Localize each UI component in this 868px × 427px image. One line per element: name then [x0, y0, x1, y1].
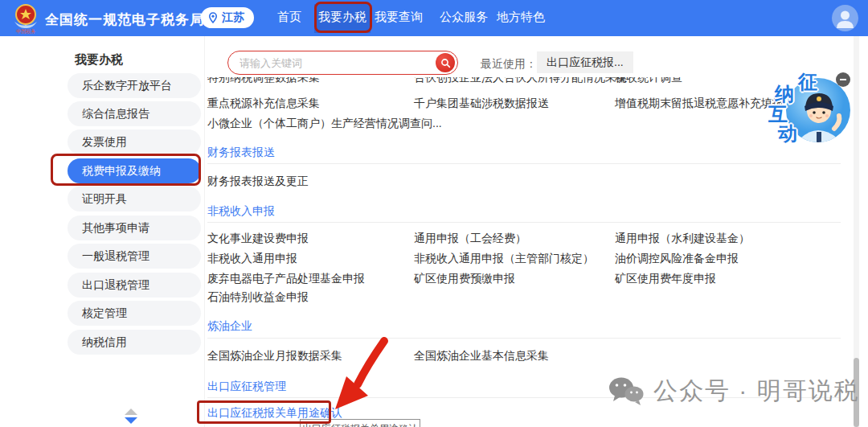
badge-char: 征: [798, 69, 817, 95]
nav-home[interactable]: 首页: [277, 10, 301, 25]
section-heading-export-taxable: 出口应征税管理: [207, 380, 286, 394]
widget-minimize-button[interactable]: [836, 72, 850, 87]
sidebar-item-assessment[interactable]: 核定管理: [68, 301, 201, 326]
section-heading-financial-statements: 财务报表报送: [207, 146, 275, 160]
minus-icon: [840, 79, 846, 80]
sidebar-item-general-refund[interactable]: 一般退税管理: [68, 244, 201, 269]
sidebar-item-tax-declaration[interactable]: 税费申报及缴纳: [68, 158, 201, 183]
list-item[interactable]: 特别纳税调整数据采集: [207, 77, 320, 85]
app-title: 全国统一规范电子税务局: [45, 10, 204, 29]
list-item[interactable]: 通用申报（工会经费）: [414, 232, 526, 246]
location-pin-icon: [207, 12, 219, 23]
sidebar-item-invoice-use[interactable]: 发票使用: [68, 129, 201, 154]
nav-inquiry[interactable]: 我要查询: [375, 10, 423, 25]
list-item[interactable]: 全国炼油企业基本信息采集: [414, 349, 549, 363]
nav-public-service[interactable]: 公众服务: [440, 10, 488, 25]
recent-used-button[interactable]: 出口应征税报...: [537, 51, 633, 73]
list-item[interactable]: 非税收入通用申报: [207, 252, 297, 266]
search-icon: [440, 58, 451, 68]
sidebar-title: 我要办税: [75, 52, 123, 68]
nav-local-features[interactable]: 地方特色: [497, 10, 545, 25]
badge-char: 动: [778, 121, 797, 146]
link-tooltip: 出口应征税报关单用途确认: [300, 419, 420, 427]
clipped-list-row: 特别纳税调整数据采集 合伙创投企业法人合伙人所得分配情况采集 税收统计调查: [207, 77, 850, 87]
location-label: 江苏: [222, 10, 244, 25]
sidebar-item-other-matters[interactable]: 其他事项申请: [68, 216, 201, 240]
sidebar-scroll-up-icon[interactable]: [125, 409, 137, 415]
nav-tax-handling[interactable]: 我要办税: [318, 10, 366, 25]
section-divider: [207, 338, 841, 339]
search-button[interactable]: [436, 53, 455, 72]
recent-used-label: 最近使用：: [481, 57, 537, 72]
sidebar-scroll-down-icon[interactable]: [125, 417, 137, 424]
section-divider: [207, 163, 841, 164]
svg-text:中国税务: 中国税务: [16, 29, 35, 35]
list-item[interactable]: 合伙创投企业法人合伙人所得分配情况采集: [414, 77, 628, 85]
section-heading-nontax-income: 非税收入申报: [207, 204, 275, 219]
location-selector[interactable]: 江苏: [201, 7, 254, 28]
sidebar-item-info-report[interactable]: 综合信息报告: [68, 101, 201, 126]
watermark: 公众号 · 明哥说税: [607, 375, 860, 408]
section-heading-refinery: 炼油企业: [207, 319, 252, 334]
user-avatar[interactable]: [832, 5, 858, 31]
tax-bureau-logo-icon: 中国税务: [10, 2, 42, 35]
person-icon: [832, 5, 858, 31]
header-bar: 中国税务 全国统一规范电子税务局 江苏 首页 我要办税 我要查询 公众服务 地方…: [0, 0, 868, 36]
sidebar-item-certificates[interactable]: 证明开具: [68, 187, 201, 211]
watermark-text: 公众号 · 明哥说税: [653, 375, 860, 408]
list-item[interactable]: 废弃电器电子产品处理基金申报: [207, 272, 365, 286]
list-item[interactable]: 通用申报（水利建设基金）: [615, 232, 750, 246]
list-item[interactable]: 非税收入通用申报（主管部门核定）: [414, 252, 594, 266]
wechat-icon: [607, 376, 645, 408]
list-item[interactable]: 税收统计调查: [615, 77, 682, 85]
sidebar-item-export-refund[interactable]: 出口退税管理: [68, 273, 201, 298]
page: 中国税务 全国统一规范电子税务局 江苏 首页 我要办税 我要查询 公众服务 地方…: [0, 0, 868, 427]
list-item[interactable]: 文化事业建设费申报: [207, 232, 309, 246]
list-item[interactable]: 增值税期末留抵退税意愿补充填报: [615, 96, 784, 111]
list-item[interactable]: 油价调控风险准备金申报: [615, 252, 739, 266]
sidebar-item-tax-credit[interactable]: 纳税信用: [68, 330, 201, 355]
keyword-search: [227, 51, 458, 75]
list-item[interactable]: 千户集团基础涉税数据报送: [414, 96, 549, 111]
list-item[interactable]: 全国炼油企业月报数据采集: [207, 349, 342, 363]
list-item[interactable]: 财务报表报送及更正: [207, 174, 309, 189]
list-item[interactable]: 石油特别收益金申报: [207, 290, 309, 305]
list-item[interactable]: 矿区使用费预缴申报: [414, 272, 515, 286]
search-input[interactable]: [240, 57, 436, 69]
sidebar-item-leqi-platform[interactable]: 乐企数字开放平台: [68, 73, 201, 98]
list-item[interactable]: 小微企业（个体工商户）生产经营情况调查问...: [207, 117, 442, 131]
section-divider: [207, 222, 841, 223]
list-item[interactable]: 矿区使用费年度申报: [615, 272, 716, 286]
sidebar-content-divider: [204, 36, 205, 427]
list-item[interactable]: 重点税源补充信息采集: [207, 96, 320, 111]
